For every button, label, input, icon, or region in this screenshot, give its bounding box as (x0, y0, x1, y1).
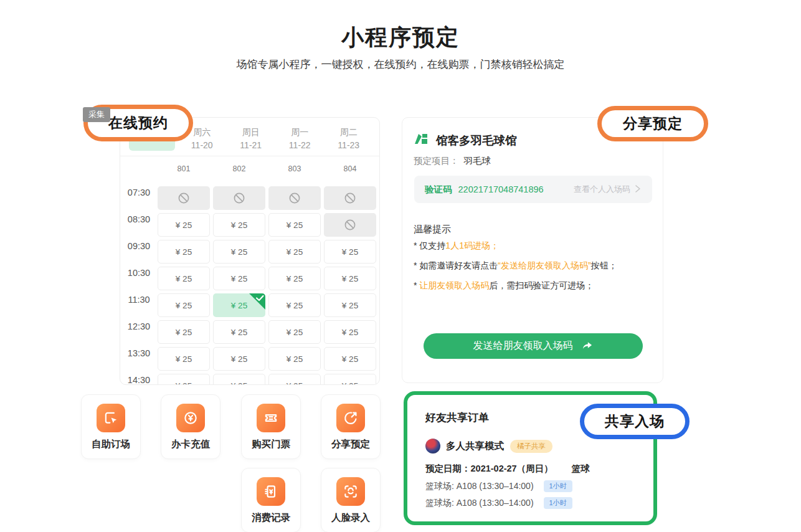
slot-cell[interactable]: ¥ 25 (158, 267, 210, 290)
chevron-right-icon (634, 184, 642, 195)
share-booking-badge: 分享预定 (597, 106, 708, 141)
slot-cell[interactable]: ¥ 25 (213, 213, 265, 237)
grid-row: 12:30¥ 25¥ 25¥ 25¥ 25 (120, 320, 379, 347)
courts-header: 801 802 803 804 (120, 156, 379, 181)
slot-cell-selected[interactable]: ¥ 25 (213, 293, 265, 317)
send-to-friend-button[interactable]: 发送给朋友领取入场码 (424, 333, 643, 359)
send-button-label: 发送给朋友领取入场码 (473, 340, 573, 353)
no-entry-icon (177, 191, 191, 205)
avatar (425, 439, 440, 454)
code-label: 验证码 (425, 184, 452, 196)
slot-cell[interactable]: ¥ 25 (324, 293, 376, 317)
tips-list: * 仅支持1人1码进场； * 如需邀请好友请点击“发送给朋友领取入场码”按钮； … (414, 240, 617, 300)
slot-cell[interactable]: ¥ 25 (213, 320, 265, 344)
slot-cell[interactable]: ¥ 25 (324, 267, 376, 290)
slot-cell[interactable]: ¥ 25 (324, 347, 376, 371)
ticket-icon (257, 404, 285, 432)
feature-card-label: 购买门票 (252, 438, 290, 451)
slot-cell[interactable]: ¥ 25 (213, 374, 265, 385)
slot-cell[interactable]: ¥ 25 (158, 374, 210, 385)
slot-cell[interactable]: ¥ 25 (213, 240, 265, 264)
time-label: 10:30 (120, 267, 158, 293)
feature-card-spend-records[interactable]: 消费记录 (241, 468, 301, 532)
court-label: 801 (158, 164, 210, 173)
slot-cell[interactable]: ¥ 25 (324, 320, 376, 344)
slot-cell[interactable]: ¥ 25 (268, 374, 321, 385)
no-entry-icon (343, 218, 357, 232)
grid-row: 11:30¥ 25¥ 25¥ 25¥ 25 (120, 293, 379, 320)
receipt-yen-icon (257, 477, 285, 506)
feature-card-label: 分享预定 (331, 438, 370, 451)
slot-cell[interactable]: ¥ 25 (268, 320, 321, 344)
duration-tag: 1小时 (544, 497, 572, 509)
feature-card-card-recharge[interactable]: 办卡充值 (161, 394, 220, 459)
share-mode-label: 多人共享模式 (446, 440, 504, 453)
court-label: 802 (213, 164, 265, 173)
collect-tag: 采集 (83, 107, 110, 122)
tip-item: * 如需邀请好友请点击“发送给朋友领取入场码”按钮； (414, 260, 617, 280)
slot-cell[interactable]: ¥ 25 (158, 240, 210, 264)
order-date-label: 预定日期：2021-02-27（周日） (425, 463, 553, 473)
share-mode-row: 多人共享模式 橘子共享 (425, 439, 552, 454)
slot-cell[interactable]: ¥ 25 (268, 293, 321, 317)
venue-logo-icon (414, 131, 430, 149)
order-item-text: 篮球场: A108 (13:30–14:00) (425, 481, 534, 492)
grid-row: 13:30¥ 25¥ 25¥ 25¥ 25 (120, 347, 379, 374)
share-mode-tag: 橘子共享 (510, 440, 552, 453)
shared-entry-badge: 共享入场 (580, 404, 690, 439)
no-entry-icon (288, 191, 301, 205)
court-label: 803 (268, 164, 321, 173)
date-tab[interactable]: 周二 11-23 (325, 126, 374, 151)
date-day: 周一 (275, 126, 325, 138)
slot-cell[interactable]: ¥ 25 (158, 347, 210, 371)
feature-card-share-booking[interactable]: 分享预定 (321, 394, 381, 459)
order-sport: 篮球 (572, 463, 590, 473)
date-tab[interactable]: 周一 11-22 (275, 126, 325, 151)
date-value: 11-20 (178, 139, 227, 151)
project-value: 羽毛球 (464, 156, 491, 166)
venue-panel: 馆客多羽毛球馆 预定项目： 羽毛球 验证码 22021717048741896 … (402, 117, 663, 383)
share-circle-icon (336, 404, 365, 432)
page-title: 小程序预定 (0, 22, 801, 53)
grid-row: 14:30¥ 25¥ 25¥ 25¥ 25 (120, 374, 379, 385)
time-label: 09:30 (120, 240, 158, 267)
slot-cell[interactable]: ¥ 25 (268, 240, 321, 264)
slot-cell[interactable]: ¥ 25 (268, 267, 321, 290)
slot-cell[interactable]: ¥ 25 (324, 240, 376, 264)
time-label: 11:30 (120, 293, 158, 320)
slot-cell-disabled (268, 186, 321, 210)
slot-cell[interactable]: ¥ 25 (213, 347, 265, 371)
booking-grid-panel: 11-19 周六 11-20 周日 11-21 周一 11-22 周二 11-2… (120, 117, 380, 385)
feature-card-buy-tickets[interactable]: 购买门票 (241, 394, 301, 459)
date-value: 11-23 (325, 139, 374, 151)
code-value: 22021717048741896 (458, 184, 544, 194)
court-label: 804 (324, 164, 376, 173)
time-label: 08:30 (120, 213, 158, 240)
cursor-click-icon (97, 404, 125, 432)
order-date-row: 预定日期：2021-02-27（周日） 篮球 (425, 463, 590, 475)
order-item: 篮球场: A108 (13:30–14:00) 1小时 (425, 480, 572, 492)
slot-cell[interactable]: ¥ 25 (268, 347, 321, 371)
view-personal-code-link[interactable]: 查看个人入场码 (574, 184, 642, 195)
date-day: 周日 (227, 126, 276, 138)
date-value: 11-22 (275, 139, 325, 151)
face-scan-icon (336, 477, 365, 506)
order-item-text: 篮球场: A108 (13:30–14:00) (425, 498, 534, 509)
slot-cell[interactable]: ¥ 25 (158, 293, 210, 317)
slot-grid: 07:3008:30¥ 25¥ 25¥ 2509:30¥ 25¥ 25¥ 25¥… (120, 181, 379, 385)
slot-cell[interactable]: ¥ 25 (158, 213, 210, 237)
tips-title: 温馨提示 (414, 224, 451, 235)
slot-cell-disabled (213, 186, 265, 210)
date-tab[interactable]: 周日 11-21 (227, 126, 276, 151)
venue-name: 馆客多羽毛球馆 (436, 133, 517, 148)
slot-cell[interactable]: ¥ 25 (213, 267, 265, 290)
slot-cell[interactable]: ¥ 25 (158, 320, 210, 344)
slot-cell[interactable]: ¥ 25 (268, 213, 321, 237)
grid-row: 09:30¥ 25¥ 25¥ 25¥ 25 (120, 240, 379, 267)
feature-card-self-booking[interactable]: 自助订场 (81, 394, 141, 459)
share-arrow-icon (581, 339, 594, 354)
slot-cell[interactable]: ¥ 25 (324, 374, 376, 385)
slot-cell-disabled (158, 186, 210, 210)
check-corner-icon (249, 293, 265, 310)
feature-card-face-enroll[interactable]: 人脸录入 (321, 468, 381, 532)
